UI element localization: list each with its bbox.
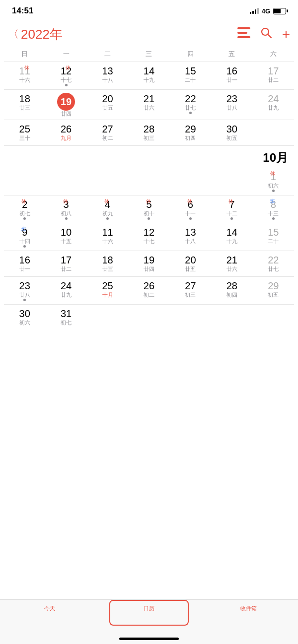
day-empty-1 <box>253 122 294 143</box>
day-sep-22[interactable]: 22 廿七 <box>170 92 211 118</box>
october-header: 10月 <box>4 146 294 168</box>
network-type: 4G <box>262 7 270 15</box>
oct-week-4: 16 廿一 17 廿二 18 廿三 19 廿四 20 廿五 21 廿六 22 廿… <box>4 251 294 277</box>
day-oct-2[interactable]: 2休 初七 <box>4 197 45 221</box>
day-sep-15[interactable]: 15 二十 <box>170 64 211 87</box>
day-sep-13[interactable]: 13 十八 <box>87 64 128 87</box>
day-sep-24[interactable]: 24 廿九 <box>253 92 294 118</box>
day-sep-28[interactable]: 28 初三 <box>128 122 169 143</box>
day-oct-15[interactable]: 15 二十 <box>253 225 294 249</box>
day-oct-12[interactable]: 12 十七 <box>128 225 169 249</box>
day-oct-6[interactable]: 6休 十一 <box>170 197 211 221</box>
day-oct-19[interactable]: 19 廿四 <box>128 253 169 274</box>
day-oct-11[interactable]: 11 十六 <box>87 225 128 249</box>
tab-calendar[interactable]: 日历 <box>99 605 199 612</box>
signal-icon <box>250 8 259 14</box>
day-oct-20[interactable]: 20 廿五 <box>170 253 211 274</box>
day-oct-30[interactable]: 30 初六 <box>4 307 45 328</box>
day-oct-28[interactable]: 28 初四 <box>211 279 252 302</box>
day-oct-22[interactable]: 22 廿七 <box>253 253 294 274</box>
oct-end-empty-1 <box>87 307 128 328</box>
header-left: 〈 2022年 <box>8 26 63 43</box>
day-sep-23[interactable]: 23 廿八 <box>211 92 252 118</box>
day-sep-21[interactable]: 21 廿六 <box>128 92 169 118</box>
status-bar: 14:51 4G <box>0 0 298 22</box>
sep-week-1: 11休 十六 12休 十七 13 十八 14 十九 15 二十 16 廿一 17… <box>4 62 294 90</box>
day-sep-25[interactable]: 25 三十 <box>4 122 45 143</box>
day-sep-20[interactable]: 20 廿五 <box>87 92 128 118</box>
day-oct-27[interactable]: 27 初三 <box>170 279 211 302</box>
day-oct-24[interactable]: 24 廿九 <box>45 279 86 302</box>
year-title[interactable]: 2022年 <box>21 26 63 43</box>
day-oct-14[interactable]: 14 十九 <box>211 225 252 249</box>
day-oct-31[interactable]: 31 初七 <box>45 307 86 328</box>
day-oct-23[interactable]: 23 廿八 <box>4 279 45 302</box>
oct-end-empty-2 <box>128 307 169 328</box>
day-sep-27[interactable]: 27 初二 <box>87 122 128 143</box>
day-oct-25[interactable]: 25 十月 <box>87 279 128 302</box>
dow-mon: 一 <box>45 49 86 60</box>
oct-empty-2 <box>45 170 86 193</box>
tab-bar: 今天 日历 收件箱 <box>0 599 298 644</box>
day-sep-12[interactable]: 12休 十七 <box>45 64 86 87</box>
home-indicator <box>119 638 179 640</box>
day-oct-5[interactable]: 5休 初十 <box>128 197 169 221</box>
header-right: + <box>237 27 290 42</box>
sep-week-3: 25 三十 26 九月 27 初二 28 初三 29 初四 30 初五 <box>4 120 294 146</box>
svg-rect-0 <box>237 27 250 29</box>
oct-empty-5 <box>170 170 211 193</box>
day-oct-21[interactable]: 21 廿六 <box>211 253 252 274</box>
sep-week-2: 18 廿三 19 廿四 20 廿五 21 廿六 22 廿七 23 廿八 24 廿… <box>4 90 294 120</box>
day-oct-3[interactable]: 3休 初八 <box>45 197 86 221</box>
dow-sun: 日 <box>4 49 45 60</box>
svg-rect-1 <box>237 32 247 34</box>
day-sep-30[interactable]: 30 初五 <box>211 122 252 143</box>
svg-rect-2 <box>237 36 250 38</box>
day-oct-17[interactable]: 17 廿二 <box>45 253 86 274</box>
oct-week-5: 23 廿八 24 廿九 25 十月 26 初二 27 初三 28 初四 29 初… <box>4 277 294 305</box>
day-sep-18[interactable]: 18 廿三 <box>4 92 45 118</box>
tab-today-label: 今天 <box>44 605 55 612</box>
oct-empty-3 <box>87 170 128 193</box>
oct-week-6: 30 初六 31 初七 <box>4 305 294 330</box>
tab-active-indicator <box>109 600 189 626</box>
day-oct-9[interactable]: 9班 十四 <box>4 225 45 249</box>
day-sep-17[interactable]: 17 廿二 <box>253 64 294 87</box>
add-event-button[interactable]: + <box>282 27 290 41</box>
day-oct-29[interactable]: 29 初五 <box>253 279 294 302</box>
calendar-container: 日 一 二 三 四 五 六 11休 十六 12休 十七 13 十八 14 十九 … <box>0 47 298 330</box>
oct-week-2: 2休 初七 3休 初八 4休 初九 5休 初十 6休 十一 7休 十二 <box>4 195 294 223</box>
day-oct-4[interactable]: 4休 初九 <box>87 197 128 221</box>
oct-week-1: 1休 初六 <box>4 168 294 195</box>
tab-inbox[interactable]: 收件箱 <box>199 605 298 612</box>
day-sep-19[interactable]: 19 廿四 <box>45 92 86 118</box>
day-sep-29[interactable]: 29 初四 <box>170 122 211 143</box>
day-sep-11[interactable]: 11休 十六 <box>4 64 45 87</box>
back-button[interactable]: 〈 <box>8 27 19 42</box>
dow-thu: 四 <box>170 49 211 60</box>
tab-today[interactable]: 今天 <box>0 605 99 612</box>
oct-end-empty-5 <box>253 307 294 328</box>
day-oct-18[interactable]: 18 廿三 <box>87 253 128 274</box>
day-oct-7[interactable]: 7休 十二 <box>211 197 252 221</box>
list-view-button[interactable] <box>237 27 250 41</box>
day-oct-10[interactable]: 10 十五 <box>45 225 86 249</box>
oct-week-3: 9班 十四 10 十五 11 十六 12 十七 13 十八 14 十九 15 二… <box>4 223 294 251</box>
status-time: 14:51 <box>12 6 33 16</box>
day-oct-13[interactable]: 13 十八 <box>170 225 211 249</box>
day-sep-14[interactable]: 14 十九 <box>128 64 169 87</box>
oct-empty-1 <box>4 170 45 193</box>
day-oct-26[interactable]: 26 初二 <box>128 279 169 302</box>
dow-wed: 三 <box>128 49 169 60</box>
search-button[interactable] <box>260 27 272 42</box>
status-icons: 4G <box>250 7 286 15</box>
day-sep-26[interactable]: 26 九月 <box>45 122 86 143</box>
day-oct-1[interactable]: 1休 初六 <box>253 170 294 193</box>
tab-inbox-label: 收件箱 <box>240 605 257 612</box>
oct-end-empty-3 <box>170 307 211 328</box>
dow-tue: 二 <box>87 49 128 60</box>
day-sep-16[interactable]: 16 廿一 <box>211 64 252 87</box>
day-oct-8[interactable]: 8班 十三 <box>253 197 294 221</box>
calendar-header: 〈 2022年 + <box>0 22 298 47</box>
day-oct-16[interactable]: 16 廿一 <box>4 253 45 274</box>
